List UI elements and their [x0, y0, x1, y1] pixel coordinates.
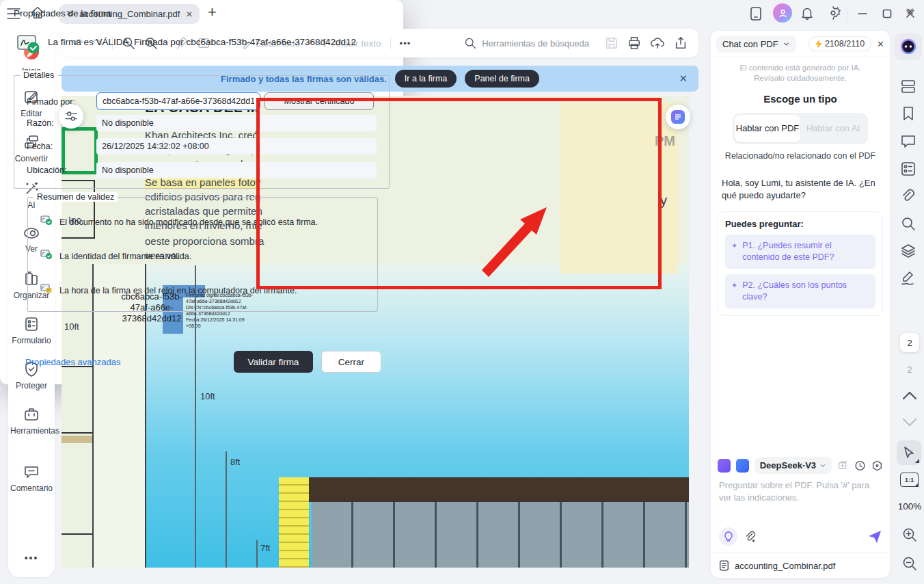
- share-icon[interactable]: [674, 36, 688, 50]
- sidebar-item-comentario[interactable]: Comentario: [8, 464, 55, 493]
- lightning-icon: [815, 40, 822, 49]
- total-pages-label: 2: [900, 365, 919, 375]
- tab-hablar-con-pdf[interactable]: Hablar con PDF: [735, 115, 800, 142]
- suggestions-card: Puedes preguntar: ✦ P1. ¿Puedes resumir …: [718, 211, 883, 316]
- save-icon[interactable]: [605, 36, 619, 50]
- actual-size-button[interactable]: 1:1: [900, 473, 919, 487]
- prompt-placeholder[interactable]: Preguntar sobre el PDF. Pulsa '#' para v…: [711, 474, 890, 509]
- tabs-caption: Relacionado/no relacionado con el PDF: [711, 151, 890, 161]
- close-dialog-button[interactable]: Cerrar: [321, 351, 381, 373]
- avatar[interactable]: [773, 3, 792, 23]
- new-tab-button[interactable]: +: [208, 5, 217, 20]
- suggestions-title: Puedes preguntar:: [725, 219, 875, 229]
- model-selector[interactable]: DeepSeek-V3: [755, 457, 832, 474]
- chevron-down-icon: [819, 462, 826, 469]
- tab-hablar-con-ai[interactable]: Hablar con AI: [800, 115, 866, 142]
- prompt-ideas-button[interactable]: [719, 527, 737, 546]
- sidebar-more-icon[interactable]: •••: [8, 553, 55, 563]
- ai-app-icon[interactable]: [718, 459, 731, 473]
- dialog-close-icon[interactable]: ✕: [906, 5, 914, 18]
- maximize-button[interactable]: [878, 4, 897, 23]
- sidebar-item-formulario[interactable]: Formulario: [8, 316, 55, 345]
- form-panel-icon[interactable]: [900, 161, 916, 177]
- go-to-signature-button[interactable]: Ir a la firma: [395, 70, 457, 88]
- corner-triangle: [915, 459, 919, 463]
- measurement-label: 8ft: [230, 457, 240, 467]
- ai-panel-header: Chat con PDF 2108/2110 ✕: [711, 31, 890, 57]
- panel-close-icon[interactable]: ✕: [877, 39, 884, 49]
- details-legend: Detalles: [20, 70, 57, 80]
- zoom-level-label[interactable]: 100%: [895, 501, 924, 512]
- new-chat-icon[interactable]: [837, 460, 849, 472]
- signature-valid-icon: [16, 33, 41, 56]
- validity-item: La identidad del firmante es válida.: [59, 252, 191, 261]
- measure-line: [226, 451, 227, 568]
- tab-close-icon[interactable]: ✕: [186, 10, 193, 19]
- plan-rect: [62, 533, 95, 568]
- next-page-icon[interactable]: [901, 417, 918, 428]
- reason-value: No disponible: [96, 115, 377, 131]
- ai-app-icon[interactable]: [736, 459, 749, 473]
- search-icon: [464, 37, 476, 49]
- plan-rect: [62, 366, 95, 434]
- form-icon: [23, 316, 40, 332]
- house-roof: [309, 477, 689, 502]
- ai-notebook-icon: [671, 110, 685, 124]
- history-clock-icon[interactable]: [854, 460, 866, 472]
- valid-check-icon: [40, 249, 53, 260]
- ai-assistant-tab[interactable]: [895, 33, 922, 60]
- send-icon[interactable]: [868, 530, 882, 544]
- pointer-cursor-icon: [902, 446, 916, 460]
- attached-file-row[interactable]: accounting_Combinar.pdf: [711, 553, 890, 578]
- sparkle-icon: ✦: [731, 280, 737, 303]
- zoom-out-page-icon[interactable]: [901, 555, 918, 572]
- validate-signature-button[interactable]: Validar firma: [234, 351, 313, 373]
- minimize-button[interactable]: [853, 4, 872, 23]
- select-tool-button[interactable]: [897, 440, 921, 465]
- current-page-badge[interactable]: 2: [900, 333, 919, 352]
- attach-file-icon[interactable]: [744, 531, 757, 543]
- search-tools[interactable]: Herramientas de búsqueda: [464, 37, 589, 49]
- notifications-icon[interactable]: [800, 5, 815, 21]
- signature-status-text: La firma es VÁLIDA. Firmada por cbc6abca…: [48, 36, 369, 49]
- divider: [847, 8, 848, 20]
- show-certificate-button[interactable]: Mostrar certificado: [264, 92, 374, 110]
- zoom-in-page-icon[interactable]: [901, 527, 918, 543]
- advanced-properties-link[interactable]: Propiedades avanzadas: [25, 357, 121, 367]
- credits-badge[interactable]: 2108/2110: [809, 36, 871, 51]
- sliders-icon: [64, 110, 78, 122]
- suggestion-p2[interactable]: ✦ P2. ¿Cuáles son los puntos clave?: [725, 274, 875, 308]
- layers-panel-icon[interactable]: [900, 243, 916, 259]
- suggestion-p1[interactable]: ✦ P1. ¿Puedes resumir el contenido de es…: [725, 235, 875, 269]
- cloud-upload-icon[interactable]: [650, 36, 665, 50]
- ai-disclaimer: El contenido está generado por IA. Revís…: [724, 63, 876, 83]
- warning-clock-icon: [40, 283, 53, 294]
- more-tools-icon[interactable]: •••: [400, 38, 411, 49]
- signed-by-input[interactable]: [96, 92, 260, 110]
- ai-summary-button[interactable]: [666, 105, 690, 129]
- thumbnails-panel-icon[interactable]: [900, 78, 916, 94]
- print-icon[interactable]: [627, 36, 641, 50]
- search-panel-icon[interactable]: [900, 215, 916, 232]
- measurement-label: 10ft: [64, 321, 79, 332]
- chat-mode-selector[interactable]: Chat con PDF: [716, 36, 796, 53]
- view-settings-button[interactable]: [59, 104, 83, 129]
- banner-close-icon[interactable]: ✕: [679, 72, 688, 85]
- comment-icon: [23, 464, 40, 480]
- bookmarks-panel-icon[interactable]: [900, 105, 916, 122]
- corner-triangle: [914, 483, 919, 487]
- target-settings-icon[interactable]: [871, 460, 883, 472]
- settings-gear-icon[interactable]: [826, 5, 841, 21]
- signature-panel-icon[interactable]: [900, 270, 916, 287]
- house-siding: [279, 477, 309, 568]
- plan-band: [62, 436, 93, 443]
- sparkle-icon: ✦: [731, 240, 737, 263]
- sidebar-item-herramientas[interactable]: Herramientas: [8, 406, 55, 436]
- previous-page-icon[interactable]: [901, 390, 918, 401]
- attachments-panel-icon[interactable]: [900, 188, 916, 204]
- comments-panel-icon[interactable]: [900, 133, 916, 150]
- device-icon[interactable]: [749, 6, 763, 21]
- signature-panel-button[interactable]: Panel de firma: [465, 70, 539, 88]
- valid-check-icon: [40, 215, 53, 226]
- pdf-editor-window: accounting_Combinar.pdf ✕ + Inicio: [0, 0, 924, 584]
